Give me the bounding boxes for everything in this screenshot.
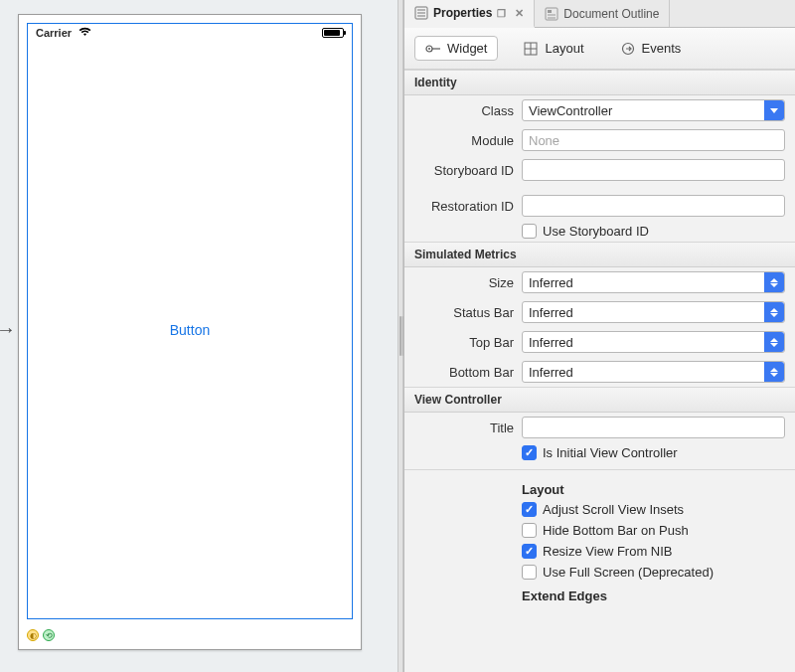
storyboard-canvas[interactable]: → Carrier Button ◐ ⟲ [0,0,398,672]
scene-dock[interactable]: ◐ ⟲ [27,629,55,641]
outline-icon [545,7,558,21]
size-value: Inferred [529,275,573,290]
is-initial-vc-checkbox[interactable] [522,445,537,460]
use-full-screen-checkbox[interactable] [522,565,537,580]
exit-icon[interactable]: ⟲ [43,629,55,641]
adjust-insets-checkbox[interactable] [522,502,537,517]
chevron-down-icon[interactable] [764,100,784,120]
stepper-icon[interactable] [764,362,784,382]
adjust-insets-label: Adjust Scroll View Insets [543,502,684,517]
is-initial-vc-label: Is Initial View Controller [543,445,678,460]
size-select[interactable]: Inferred [522,271,785,293]
extend-edges-subheader: Extend Edges [404,583,795,605]
tab-properties[interactable]: Properties ❐ ✕ [404,0,535,28]
restoration-id-input[interactable] [522,195,785,217]
svg-rect-5 [548,10,552,13]
storyboard-id-input[interactable] [522,159,785,181]
properties-scroll[interactable]: Identity Class ViewController Module Sto… [404,70,795,672]
properties-toolbar: Widget Layout Events [404,28,795,70]
events-icon [620,42,636,56]
carrier-label: Carrier [36,27,72,39]
view-controller-icon[interactable]: ◐ [27,629,39,641]
layout-subheader: Layout [404,476,795,499]
tab-properties-label: Properties [433,6,492,20]
bottom-bar-label: Bottom Bar [414,365,514,380]
restoration-id-label: Restoration ID [414,199,514,214]
separator [404,469,795,470]
panel-tabs: Properties ❐ ✕ Document Outline [404,0,795,28]
status-bar: Carrier [28,24,352,42]
top-bar-value: Inferred [529,335,573,350]
device-content: Button [28,42,352,618]
title-input[interactable] [522,417,785,438]
simulated-metrics-header: Simulated Metrics [404,242,795,267]
use-full-screen-label: Use Full Screen (Deprecated) [543,565,714,580]
bottom-bar-value: Inferred [529,365,573,380]
module-label: Module [414,133,514,148]
wifi-icon [79,26,91,40]
pop-out-icon[interactable]: ❐ [497,8,506,19]
resize-from-nib-label: Resize View From NIB [543,544,673,559]
stepper-icon[interactable] [764,302,784,322]
hide-bottom-bar-checkbox[interactable] [522,523,537,538]
hide-bottom-bar-label: Hide Bottom Bar on Push [543,523,689,538]
segue-arrow-icon: → [0,318,16,341]
class-value: ViewController [529,103,612,118]
tab-outline-label: Document Outline [563,7,659,21]
class-label: Class [414,103,514,118]
layout-tab[interactable]: Layout [512,36,594,61]
tab-document-outline[interactable]: Document Outline [535,0,670,27]
widget-icon [425,42,441,56]
top-bar-select[interactable]: Inferred [522,331,785,353]
device-view[interactable]: Carrier Button [27,23,353,619]
title-label: Title [414,420,514,435]
properties-panel: Properties ❐ ✕ Document Outline Widget L… [403,0,795,672]
use-storyboard-id-checkbox[interactable] [522,224,537,239]
events-tab-label: Events [642,41,682,56]
events-tab[interactable]: Events [609,36,693,61]
status-bar-label: Status Bar [414,305,514,320]
status-bar-value: Inferred [529,305,573,320]
widget-tab-label: Widget [447,41,487,56]
scene-frame[interactable]: Carrier Button ◐ ⟲ [18,14,362,650]
widget-tab[interactable]: Widget [414,36,498,61]
class-combo[interactable]: ViewController [522,99,785,121]
layout-tab-label: Layout [545,41,583,56]
layout-icon [523,42,539,56]
use-storyboard-id-label: Use Storyboard ID [543,224,649,239]
close-icon[interactable]: ✕ [515,7,524,20]
bottom-bar-select[interactable]: Inferred [522,361,785,383]
canvas-button[interactable]: Button [170,322,210,338]
module-input[interactable] [522,129,785,151]
svg-point-9 [428,48,430,50]
view-controller-header: View Controller [404,387,795,413]
storyboard-id-label: Storyboard ID [414,163,514,178]
battery-icon [322,28,344,38]
size-label: Size [414,275,514,290]
top-bar-label: Top Bar [414,335,514,350]
stepper-icon[interactable] [764,332,784,352]
stepper-icon[interactable] [764,272,784,292]
resize-from-nib-checkbox[interactable] [522,544,537,559]
status-bar-select[interactable]: Inferred [522,301,785,323]
identity-section-header: Identity [404,70,795,95]
properties-icon [414,6,428,20]
